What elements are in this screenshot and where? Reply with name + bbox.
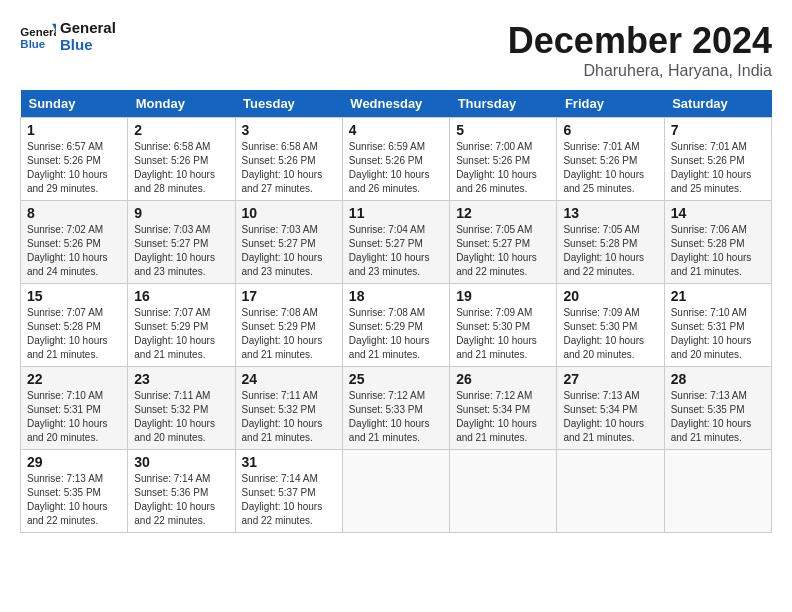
day-info: Sunrise: 7:04 AM Sunset: 5:27 PM Dayligh… xyxy=(349,223,443,279)
calendar-cell: 3Sunrise: 6:58 AM Sunset: 5:26 PM Daylig… xyxy=(235,118,342,201)
day-info: Sunrise: 6:58 AM Sunset: 5:26 PM Dayligh… xyxy=(242,140,336,196)
day-info: Sunrise: 7:06 AM Sunset: 5:28 PM Dayligh… xyxy=(671,223,765,279)
day-info: Sunrise: 7:05 AM Sunset: 5:28 PM Dayligh… xyxy=(563,223,657,279)
calendar-cell: 27Sunrise: 7:13 AM Sunset: 5:34 PM Dayli… xyxy=(557,367,664,450)
day-info: Sunrise: 7:13 AM Sunset: 5:34 PM Dayligh… xyxy=(563,389,657,445)
day-number: 3 xyxy=(242,122,336,138)
day-info: Sunrise: 6:58 AM Sunset: 5:26 PM Dayligh… xyxy=(134,140,228,196)
day-info: Sunrise: 7:11 AM Sunset: 5:32 PM Dayligh… xyxy=(134,389,228,445)
day-number: 22 xyxy=(27,371,121,387)
day-info: Sunrise: 7:08 AM Sunset: 5:29 PM Dayligh… xyxy=(349,306,443,362)
calendar-header-wednesday: Wednesday xyxy=(342,90,449,118)
calendar-table: SundayMondayTuesdayWednesdayThursdayFrid… xyxy=(20,90,772,533)
day-number: 31 xyxy=(242,454,336,470)
day-number: 28 xyxy=(671,371,765,387)
day-number: 14 xyxy=(671,205,765,221)
day-info: Sunrise: 7:12 AM Sunset: 5:33 PM Dayligh… xyxy=(349,389,443,445)
calendar-cell xyxy=(664,450,771,533)
calendar-cell: 20Sunrise: 7:09 AM Sunset: 5:30 PM Dayli… xyxy=(557,284,664,367)
calendar-header-tuesday: Tuesday xyxy=(235,90,342,118)
day-info: Sunrise: 7:13 AM Sunset: 5:35 PM Dayligh… xyxy=(27,472,121,528)
day-number: 15 xyxy=(27,288,121,304)
day-number: 12 xyxy=(456,205,550,221)
logo: General Blue General Blue xyxy=(20,20,116,53)
svg-text:General: General xyxy=(20,26,56,38)
day-info: Sunrise: 7:10 AM Sunset: 5:31 PM Dayligh… xyxy=(27,389,121,445)
day-number: 2 xyxy=(134,122,228,138)
calendar-cell: 13Sunrise: 7:05 AM Sunset: 5:28 PM Dayli… xyxy=(557,201,664,284)
title-area: December 2024 Dharuhera, Haryana, India xyxy=(508,20,772,80)
day-number: 27 xyxy=(563,371,657,387)
day-info: Sunrise: 7:03 AM Sunset: 5:27 PM Dayligh… xyxy=(242,223,336,279)
calendar-row-3: 15Sunrise: 7:07 AM Sunset: 5:28 PM Dayli… xyxy=(21,284,772,367)
calendar-header-thursday: Thursday xyxy=(450,90,557,118)
calendar-cell: 10Sunrise: 7:03 AM Sunset: 5:27 PM Dayli… xyxy=(235,201,342,284)
calendar-cell: 24Sunrise: 7:11 AM Sunset: 5:32 PM Dayli… xyxy=(235,367,342,450)
day-info: Sunrise: 7:10 AM Sunset: 5:31 PM Dayligh… xyxy=(671,306,765,362)
day-info: Sunrise: 7:09 AM Sunset: 5:30 PM Dayligh… xyxy=(563,306,657,362)
day-info: Sunrise: 7:14 AM Sunset: 5:37 PM Dayligh… xyxy=(242,472,336,528)
day-info: Sunrise: 7:14 AM Sunset: 5:36 PM Dayligh… xyxy=(134,472,228,528)
day-number: 19 xyxy=(456,288,550,304)
calendar-cell: 17Sunrise: 7:08 AM Sunset: 5:29 PM Dayli… xyxy=(235,284,342,367)
day-number: 7 xyxy=(671,122,765,138)
calendar-cell: 29Sunrise: 7:13 AM Sunset: 5:35 PM Dayli… xyxy=(21,450,128,533)
day-number: 29 xyxy=(27,454,121,470)
day-info: Sunrise: 7:07 AM Sunset: 5:29 PM Dayligh… xyxy=(134,306,228,362)
calendar-cell xyxy=(342,450,449,533)
calendar-row-2: 8Sunrise: 7:02 AM Sunset: 5:26 PM Daylig… xyxy=(21,201,772,284)
calendar-cell: 4Sunrise: 6:59 AM Sunset: 5:26 PM Daylig… xyxy=(342,118,449,201)
day-number: 26 xyxy=(456,371,550,387)
day-info: Sunrise: 7:13 AM Sunset: 5:35 PM Dayligh… xyxy=(671,389,765,445)
calendar-cell: 6Sunrise: 7:01 AM Sunset: 5:26 PM Daylig… xyxy=(557,118,664,201)
calendar-cell: 12Sunrise: 7:05 AM Sunset: 5:27 PM Dayli… xyxy=(450,201,557,284)
day-number: 24 xyxy=(242,371,336,387)
svg-text:Blue: Blue xyxy=(20,38,45,50)
day-number: 9 xyxy=(134,205,228,221)
day-info: Sunrise: 7:02 AM Sunset: 5:26 PM Dayligh… xyxy=(27,223,121,279)
day-info: Sunrise: 6:57 AM Sunset: 5:26 PM Dayligh… xyxy=(27,140,121,196)
day-number: 5 xyxy=(456,122,550,138)
day-number: 20 xyxy=(563,288,657,304)
day-info: Sunrise: 7:05 AM Sunset: 5:27 PM Dayligh… xyxy=(456,223,550,279)
calendar-cell: 18Sunrise: 7:08 AM Sunset: 5:29 PM Dayli… xyxy=(342,284,449,367)
calendar-cell: 7Sunrise: 7:01 AM Sunset: 5:26 PM Daylig… xyxy=(664,118,771,201)
logo-blue: Blue xyxy=(60,37,116,54)
day-info: Sunrise: 7:09 AM Sunset: 5:30 PM Dayligh… xyxy=(456,306,550,362)
calendar-body: 1Sunrise: 6:57 AM Sunset: 5:26 PM Daylig… xyxy=(21,118,772,533)
day-info: Sunrise: 7:01 AM Sunset: 5:26 PM Dayligh… xyxy=(671,140,765,196)
day-info: Sunrise: 7:03 AM Sunset: 5:27 PM Dayligh… xyxy=(134,223,228,279)
calendar-cell: 25Sunrise: 7:12 AM Sunset: 5:33 PM Dayli… xyxy=(342,367,449,450)
day-number: 10 xyxy=(242,205,336,221)
day-number: 21 xyxy=(671,288,765,304)
calendar-header-saturday: Saturday xyxy=(664,90,771,118)
calendar-cell: 11Sunrise: 7:04 AM Sunset: 5:27 PM Dayli… xyxy=(342,201,449,284)
logo-general: General xyxy=(60,20,116,37)
month-title: December 2024 xyxy=(508,20,772,62)
calendar-header-sunday: Sunday xyxy=(21,90,128,118)
calendar-cell: 1Sunrise: 6:57 AM Sunset: 5:26 PM Daylig… xyxy=(21,118,128,201)
calendar-cell xyxy=(557,450,664,533)
calendar-cell: 26Sunrise: 7:12 AM Sunset: 5:34 PM Dayli… xyxy=(450,367,557,450)
day-info: Sunrise: 7:01 AM Sunset: 5:26 PM Dayligh… xyxy=(563,140,657,196)
calendar-cell: 5Sunrise: 7:00 AM Sunset: 5:26 PM Daylig… xyxy=(450,118,557,201)
day-number: 6 xyxy=(563,122,657,138)
day-info: Sunrise: 7:08 AM Sunset: 5:29 PM Dayligh… xyxy=(242,306,336,362)
calendar-cell: 31Sunrise: 7:14 AM Sunset: 5:37 PM Dayli… xyxy=(235,450,342,533)
day-info: Sunrise: 6:59 AM Sunset: 5:26 PM Dayligh… xyxy=(349,140,443,196)
calendar-header-row: SundayMondayTuesdayWednesdayThursdayFrid… xyxy=(21,90,772,118)
calendar-cell: 23Sunrise: 7:11 AM Sunset: 5:32 PM Dayli… xyxy=(128,367,235,450)
calendar-row-4: 22Sunrise: 7:10 AM Sunset: 5:31 PM Dayli… xyxy=(21,367,772,450)
calendar-cell: 22Sunrise: 7:10 AM Sunset: 5:31 PM Dayli… xyxy=(21,367,128,450)
calendar-cell: 28Sunrise: 7:13 AM Sunset: 5:35 PM Dayli… xyxy=(664,367,771,450)
header: General Blue General Blue December 2024 … xyxy=(20,20,772,80)
calendar-row-1: 1Sunrise: 6:57 AM Sunset: 5:26 PM Daylig… xyxy=(21,118,772,201)
day-number: 17 xyxy=(242,288,336,304)
logo-icon: General Blue xyxy=(20,22,56,52)
calendar-cell xyxy=(450,450,557,533)
day-number: 13 xyxy=(563,205,657,221)
day-number: 16 xyxy=(134,288,228,304)
day-number: 23 xyxy=(134,371,228,387)
day-info: Sunrise: 7:12 AM Sunset: 5:34 PM Dayligh… xyxy=(456,389,550,445)
calendar-cell: 9Sunrise: 7:03 AM Sunset: 5:27 PM Daylig… xyxy=(128,201,235,284)
